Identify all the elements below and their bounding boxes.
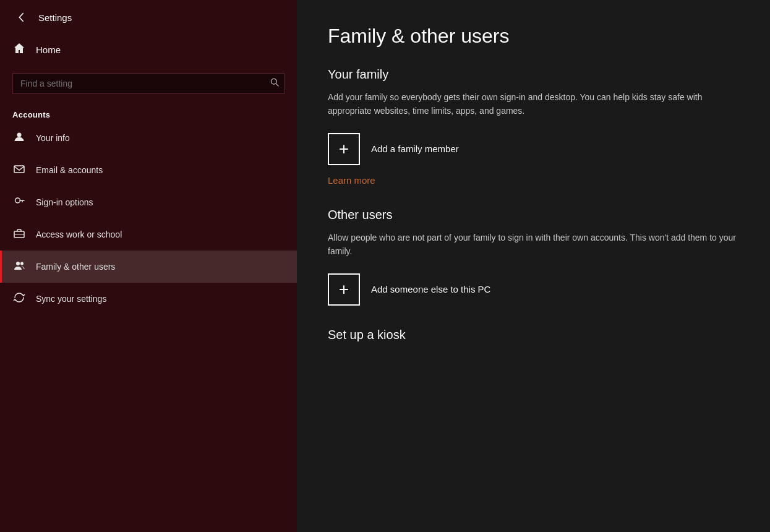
learn-more-link[interactable]: Learn more xyxy=(328,175,375,186)
sync-label: Sync your settings xyxy=(36,294,106,304)
other-users-description: Allow people who are not part of your fa… xyxy=(328,231,739,259)
key-icon xyxy=(12,195,26,210)
work-school-label: Access work or school xyxy=(36,230,122,239)
add-family-row: + Add a family member xyxy=(328,133,739,165)
svg-rect-3 xyxy=(14,166,24,173)
home-icon xyxy=(12,42,26,58)
add-other-user-label: Add someone else to this PC xyxy=(371,284,490,294)
email-accounts-label: Email & accounts xyxy=(36,165,103,175)
add-other-user-row: + Add someone else to this PC xyxy=(328,273,739,306)
search-container xyxy=(0,67,297,100)
sidebar-header: Settings xyxy=(0,0,297,35)
sync-icon xyxy=(12,291,26,307)
main-content: Family & other users Your family Add you… xyxy=(297,0,770,532)
other-users-heading: Other users xyxy=(328,208,739,222)
sidebar: Settings Home Accounts xyxy=(0,0,297,532)
your-family-description: Add your family so everybody gets their … xyxy=(328,90,739,118)
sidebar-title: Settings xyxy=(38,12,72,23)
page-title: Family & other users xyxy=(328,25,739,48)
sign-in-label: Sign-in options xyxy=(36,197,93,207)
add-family-label: Add a family member xyxy=(371,144,459,154)
svg-line-1 xyxy=(276,84,278,86)
family-users-label: Family & other users xyxy=(36,262,115,272)
sidebar-item-home[interactable]: Home xyxy=(0,35,297,64)
your-family-heading: Your family xyxy=(328,67,739,82)
plus-icon: + xyxy=(339,139,349,159)
briefcase-icon xyxy=(12,227,26,242)
sidebar-item-your-info[interactable]: Your info xyxy=(0,122,297,154)
plus-icon-2: + xyxy=(339,280,349,299)
search-icon[interactable] xyxy=(270,77,280,90)
sidebar-item-work-school[interactable]: Access work or school xyxy=(0,218,297,251)
sidebar-item-sync[interactable]: Sync your settings xyxy=(0,283,297,315)
svg-point-8 xyxy=(20,262,24,265)
svg-point-7 xyxy=(16,262,20,265)
sidebar-item-family-users[interactable]: Family & other users xyxy=(0,251,297,283)
group-icon xyxy=(12,259,26,275)
add-other-user-button[interactable]: + xyxy=(328,273,360,306)
email-icon xyxy=(12,163,26,178)
kiosk-heading: Set up a kiosk xyxy=(328,328,739,342)
kiosk-section: Set up a kiosk xyxy=(328,328,739,342)
search-input[interactable] xyxy=(12,73,284,94)
accounts-section-label: Accounts xyxy=(0,105,297,122)
your-info-label: Your info xyxy=(36,133,70,143)
person-icon xyxy=(12,131,26,146)
home-label: Home xyxy=(36,45,61,55)
add-family-button[interactable]: + xyxy=(328,133,360,165)
back-button[interactable] xyxy=(12,9,30,26)
search-wrapper xyxy=(12,73,284,94)
sidebar-item-sign-in[interactable]: Sign-in options xyxy=(0,186,297,218)
svg-point-2 xyxy=(17,132,22,137)
svg-point-0 xyxy=(271,79,276,84)
sidebar-item-email-accounts[interactable]: Email & accounts xyxy=(0,154,297,186)
